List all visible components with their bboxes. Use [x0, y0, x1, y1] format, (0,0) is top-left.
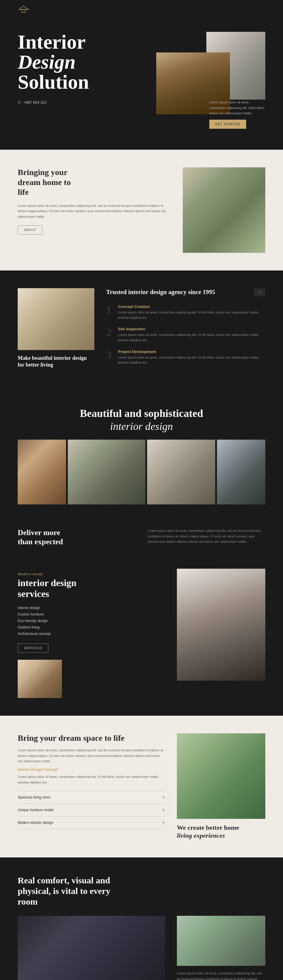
accordion-plus-3: + [162, 820, 165, 825]
trusted-item-2: 2 Site Inspection Lorem ipsum dolor sit … [106, 327, 266, 343]
trusted-left: Make beautiful interior design for bette… [17, 288, 94, 369]
trusted-item-2-content: Site Inspection Lorem ipsum dolor sit am… [118, 327, 266, 343]
trusted-section: Make beautiful interior design for bette… [0, 270, 283, 390]
trusted-caption: Make beautiful interior design for bette… [17, 355, 94, 369]
comfort-left [17, 916, 165, 980]
trusted-item-3-heading: Project Development [118, 350, 266, 354]
svg-marker-0 [19, 6, 28, 10]
deliver-text: Lorem ipsum dolor sit amet, consectetur … [148, 528, 266, 544]
modern-services-list: Interior design Custom furniture Eco-fri… [17, 606, 168, 636]
deliver-right: Lorem ipsum dolor sit amet, consectetur … [148, 528, 266, 544]
deliver-section: Deliver more than expected Lorem ipsum d… [0, 516, 283, 569]
dreamspace-text2: Lorem ipsum dolor sit amet, consectetur … [17, 774, 165, 785]
trusted-item-1-content: Concept Creation Lorem ipsum dolor sit a… [118, 304, 266, 320]
trusted-item-3-content: Project Development Lorem ipsum dolor si… [118, 350, 266, 365]
modern-concept-label: Modern concept [17, 572, 168, 576]
bringing-text: Lorem ipsum dolor sit amet, consectetur … [17, 203, 171, 220]
nav-logo[interactable] [17, 5, 30, 15]
beautiful-image-3 [147, 440, 215, 504]
modern-service-2: Custom furniture [17, 612, 168, 616]
bringing-left: Bringing your dream home to life Lorem i… [17, 167, 171, 235]
modern-service-3: Eco-friendly design [17, 619, 168, 623]
bringing-image [183, 167, 266, 253]
services-button[interactable]: SERVICES [17, 644, 48, 653]
accordion-item-2[interactable]: Unique furniture model + [17, 803, 165, 816]
comfort-image [17, 916, 165, 980]
dreamspace-text: Lorem ipsum dolor sit amet, consectetur … [17, 748, 165, 764]
beautiful-section: Beautiful and sophisticated interior des… [0, 390, 283, 516]
phone-icon: ✆ [17, 100, 21, 105]
svg-rect-1 [22, 10, 25, 13]
beautiful-images-row [17, 440, 266, 504]
beautiful-title: Beautiful and sophisticated [17, 407, 266, 420]
dreamspace-subtitle: Interior Design Concept [17, 768, 165, 772]
hero-phone: ✆ +987 654 321 [17, 100, 153, 105]
beautiful-image-1 [17, 440, 66, 504]
hero-title: Interior Design Solution [17, 32, 153, 92]
trusted-item-2-text: Lorem ipsum dolor sit amet, consectetur … [118, 332, 266, 343]
beautiful-subtitle: interior design [17, 420, 266, 433]
accordion-item-3[interactable]: Modern kitchen design + [17, 816, 165, 829]
about-button[interactable]: ABOUT [17, 225, 43, 235]
accordion-plus-1: + [162, 795, 165, 800]
hero-section: Interior Design Solution ✆ +987 654 321 … [0, 20, 283, 150]
comfort-section: Real comfort, visual and physical, is vi… [0, 858, 283, 980]
hero-info-block: Lorem ipsum dolor sit amet, consectetur … [209, 100, 266, 129]
trusted-item-2-heading: Site Inspection [118, 327, 266, 331]
trusted-number-2: 2 [106, 327, 113, 338]
trusted-item-1-heading: Concept Creation [118, 304, 266, 309]
trusted-image [17, 288, 94, 350]
dreamspace-right: We create better home living experiences [177, 733, 266, 840]
trusted-item-1-text: Lorem ipsum dolor sit amet, consectetur … [118, 310, 266, 320]
modern-left: Modern concept interior designservices I… [17, 569, 168, 698]
modern-title: interior designservices [17, 578, 168, 599]
beautiful-image-2 [68, 440, 145, 504]
bringing-section: Bringing your dream home to life Lorem i… [0, 150, 283, 270]
navbar [0, 0, 283, 20]
comfort-body: Lorem ipsum dolor sit amet, consectetur … [17, 916, 266, 980]
modern-right [177, 569, 266, 681]
dreamspace-tagline: We create better home living experiences [177, 824, 266, 840]
trusted-title: Trusted interior design agency since 199… [106, 288, 266, 296]
trusted-number-3: 3 [106, 350, 113, 361]
dreamspace-section: Bring your dream space to life Lorem ips… [0, 716, 283, 858]
accordion-item-1[interactable]: Spacious living room + [17, 791, 165, 803]
modern-small-image [17, 660, 62, 698]
trusted-right: Trusted interior design agency since 199… [106, 288, 266, 372]
dreamspace-image [177, 733, 266, 819]
deliver-left: Deliver more than expected [17, 528, 135, 551]
modern-service-1: Interior design [17, 606, 168, 610]
trusted-number-1: 1 [106, 304, 113, 315]
trusted-item-3-text: Lorem ipsum dolor sit amet, consectetur … [118, 355, 266, 365]
beautiful-image-4 [217, 440, 266, 504]
deliver-title: Deliver more than expected [17, 528, 77, 546]
comfort-desc: Lorem ipsum dolor sit amet, consectetur … [177, 970, 266, 980]
comfort-title: Real comfort, visual and physical, is vi… [17, 875, 130, 907]
bringing-title: Bringing your dream home to life [17, 167, 83, 197]
hero-desc: Lorem ipsum dolor sit amet, consectetur … [209, 100, 266, 116]
trusted-icon-block: ⊡ [254, 288, 266, 296]
accordion-plus-2: + [162, 807, 165, 813]
hero-text-block: Interior Design Solution ✆ +987 654 321 [17, 32, 153, 105]
dreamspace-left: Bring your dream space to life Lorem ips… [17, 733, 165, 829]
trusted-item-3: 3 Project Development Lorem ipsum dolor … [106, 350, 266, 365]
get-started-button[interactable]: GET STARTED [209, 119, 246, 129]
hero-images-block: Lorem ipsum dolor sit amet, consectetur … [153, 32, 266, 126]
comfort-right: Lorem ipsum dolor sit amet, consectetur … [177, 916, 266, 980]
modern-service-5: Architectural concept [17, 632, 168, 636]
modern-service-4: Outdoor living [17, 625, 168, 629]
trusted-item-1: 1 Concept Creation Lorem ipsum dolor sit… [106, 304, 266, 320]
modern-section: Modern concept interior designservices I… [0, 569, 283, 716]
comfort-small-image [177, 916, 266, 966]
modern-big-image [177, 569, 266, 681]
dreamspace-title: Bring your dream space to life [17, 733, 165, 743]
